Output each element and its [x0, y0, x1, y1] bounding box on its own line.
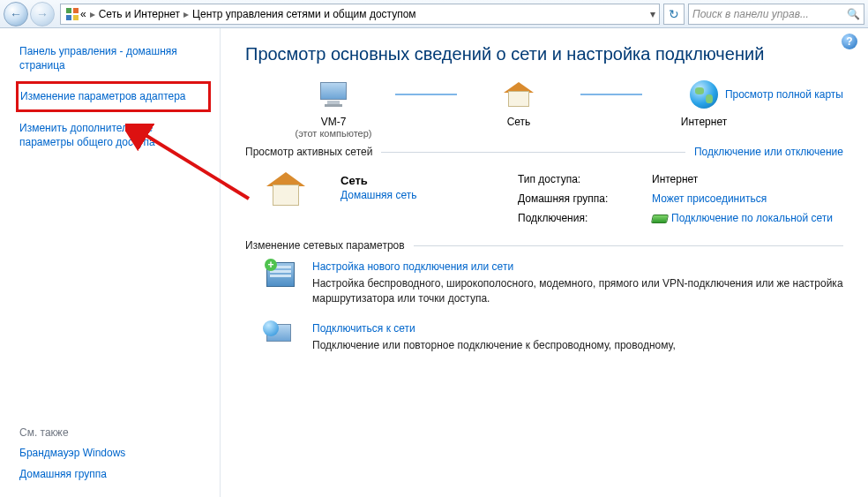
network-details-table: Тип доступа: Интернет Домашняя группа: М…: [516, 169, 843, 229]
map-internet-label: Интернет: [681, 116, 727, 128]
search-placeholder: Поиск в панели управ...: [692, 8, 809, 20]
breadcrumb-ellipsis[interactable]: «: [80, 8, 86, 20]
homegroup-label: Домашняя группа:: [518, 190, 650, 207]
forward-button[interactable]: →: [30, 2, 55, 26]
nic-icon: [651, 215, 669, 223]
control-panel-icon: [64, 6, 80, 22]
map-network-label: Сеть: [507, 116, 531, 128]
table-row: Домашняя группа: Может присоединиться: [518, 190, 842, 207]
active-network-block: Сеть Домашняя сеть Тип доступа: Интернет…: [266, 167, 843, 229]
divider: [381, 152, 685, 153]
connect-network-link[interactable]: Подключиться к сети: [312, 322, 676, 335]
sidebar-sharing-settings-link[interactable]: Изменить дополнительные параметры общего…: [19, 121, 206, 149]
refresh-button[interactable]: ↻: [663, 4, 685, 25]
table-row: Подключения: Подключение по локальной се…: [518, 209, 842, 227]
breadcrumb-path[interactable]: « ▸ Сеть и Интернет ▸ Центр управления с…: [60, 4, 660, 25]
globe-icon: [690, 80, 718, 109]
annotation-highlight: Изменение параметров адаптера: [16, 81, 211, 111]
homegroup-link[interactable]: Может присоединиться: [652, 192, 767, 205]
help-icon[interactable]: ?: [842, 34, 857, 49]
access-type-label: Тип доступа:: [518, 170, 650, 188]
full-map-link[interactable]: Просмотр полной карты: [725, 88, 843, 101]
map-internet[interactable]: Интернет: [642, 77, 766, 128]
connection-link[interactable]: Подключение по локальной сети: [671, 212, 833, 224]
arrow-left-icon: ←: [10, 7, 22, 21]
connect-disconnect-link[interactable]: Подключение или отключение: [685, 146, 843, 158]
page-title: Просмотр основных сведений о сети и наст…: [245, 44, 843, 64]
connect-network-icon: [266, 322, 300, 353]
map-network[interactable]: Сеть: [457, 77, 580, 128]
chevron-right-icon: ▸: [180, 8, 192, 20]
main-content: ? Просмотр основных сведений о сети и на…: [221, 28, 868, 497]
section-label: Изменение сетевых параметров: [245, 239, 414, 252]
svg-rect-1: [73, 8, 79, 13]
search-icon: 🔍: [847, 8, 860, 20]
breadcrumb-item[interactable]: Сеть и Интернет: [99, 8, 180, 20]
connections-label: Подключения:: [518, 209, 650, 227]
network-map: VM-7 (этот компьютер) Сеть Интернет: [272, 77, 843, 139]
svg-rect-3: [73, 15, 79, 20]
network-name: Сеть: [340, 174, 416, 187]
house-icon: [504, 82, 534, 107]
network-type-icon: [266, 167, 319, 229]
map-this-pc[interactable]: VM-7 (этот компьютер): [272, 77, 395, 139]
new-connection-icon: +: [266, 260, 300, 306]
section-label: Просмотр активных сетей: [245, 146, 381, 158]
see-also-section: См. также Брандмауэр Windows Домашняя гр…: [19, 409, 206, 488]
arrow-right-icon: →: [36, 7, 49, 21]
map-this-pc-sublabel: (этот компьютер): [295, 128, 371, 139]
refresh-icon: ↻: [669, 7, 679, 21]
section-change-settings: Изменение сетевых параметров: [245, 239, 843, 252]
sidebar-firewall-link[interactable]: Брандмауэр Windows: [19, 446, 206, 460]
breadcrumb-item[interactable]: Центр управления сетями и общим доступом: [192, 8, 416, 20]
search-input[interactable]: Поиск в панели управ... 🔍: [688, 4, 864, 25]
back-button[interactable]: ←: [4, 2, 28, 26]
table-row: Тип доступа: Интернет: [518, 170, 842, 188]
settings-list: + Настройка нового подключения или сети …: [266, 260, 843, 352]
map-connection-line: [395, 77, 457, 112]
svg-rect-2: [66, 15, 71, 20]
section-active-networks: Просмотр активных сетей Подключение или …: [245, 146, 843, 158]
access-type-value: Интернет: [652, 170, 842, 188]
sidebar-adapter-settings-link[interactable]: Изменение параметров адаптера: [20, 89, 203, 103]
sidebar: Панель управления - домашняя страница Из…: [0, 28, 221, 497]
list-item[interactable]: + Настройка нового подключения или сети …: [266, 260, 843, 306]
sidebar-home-link[interactable]: Панель управления - домашняя страница: [19, 44, 206, 72]
list-item[interactable]: Подключиться к сети Подключение или повт…: [266, 322, 843, 353]
divider: [414, 245, 843, 246]
map-connection-line: [580, 77, 642, 112]
new-connection-desc: Настройка беспроводного, широкополосного…: [312, 276, 843, 306]
network-type-link[interactable]: Домашняя сеть: [340, 189, 416, 201]
connect-network-desc: Подключение или повторное подключение к …: [312, 338, 676, 353]
breadcrumb-dropdown-icon[interactable]: ▾: [645, 8, 655, 20]
see-also-heading: См. также: [19, 426, 206, 439]
new-connection-link[interactable]: Настройка нового подключения или сети: [312, 260, 843, 273]
sidebar-homegroup-link[interactable]: Домашняя группа: [19, 467, 206, 481]
address-bar: ← → « ▸ Сеть и Интернет ▸ Центр управлен…: [0, 0, 868, 28]
map-this-pc-label: VM-7: [321, 116, 347, 128]
chevron-right-icon: ▸: [86, 8, 99, 20]
svg-rect-0: [66, 8, 71, 13]
computer-icon: [318, 82, 349, 107]
